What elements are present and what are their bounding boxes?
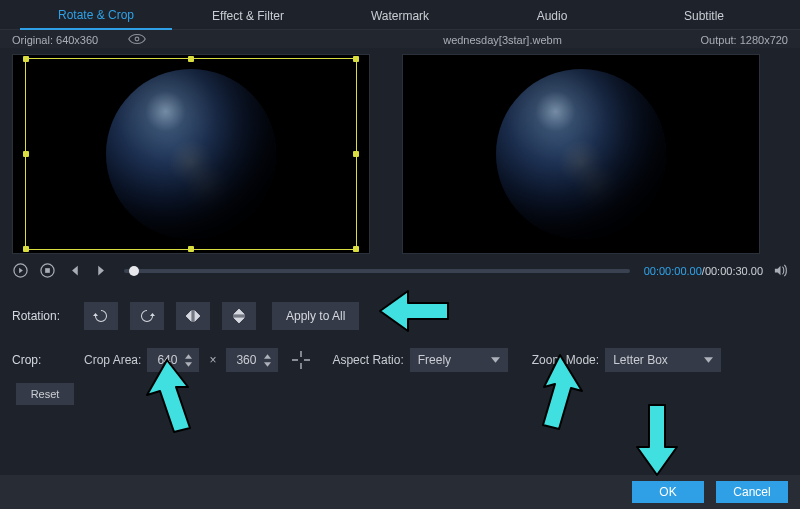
flip-vertical-button[interactable] (222, 302, 256, 330)
ok-button[interactable]: OK (632, 481, 704, 503)
prev-frame-button[interactable] (66, 262, 83, 279)
preview-output (402, 54, 760, 254)
crop-handle[interactable] (188, 246, 194, 252)
crop-width-value: 640 (157, 353, 177, 367)
aspect-ratio-label: Aspect Ratio: (332, 353, 403, 367)
tab-effect-filter[interactable]: Effect & Filter (172, 2, 324, 29)
aspect-ratio-value: Freely (418, 353, 451, 367)
rotate-left-button[interactable] (84, 302, 118, 330)
crop-height-input[interactable]: 360 (226, 348, 278, 372)
preview-image (496, 69, 666, 239)
aspect-ratio-select[interactable]: Freely (410, 348, 508, 372)
tab-rotate-crop[interactable]: Rotate & Crop (20, 1, 172, 30)
rotate-right-button[interactable] (130, 302, 164, 330)
crop-height-value: 360 (236, 353, 256, 367)
crop-handle[interactable] (353, 151, 359, 157)
svg-rect-3 (45, 268, 50, 273)
crop-height-down[interactable] (262, 360, 272, 368)
progress-thumb[interactable] (129, 266, 139, 276)
reset-button[interactable]: Reset (16, 383, 74, 405)
flip-horizontal-button[interactable] (176, 302, 210, 330)
crop-frame[interactable] (25, 58, 357, 250)
preview-visibility-icon[interactable] (128, 33, 146, 47)
crop-label: Crop: (12, 353, 84, 367)
crop-handle[interactable] (188, 56, 194, 62)
progress-slider[interactable] (124, 269, 630, 273)
crop-handle[interactable] (353, 246, 359, 252)
dimensions-separator: × (209, 353, 216, 367)
svg-point-0 (135, 37, 139, 41)
output-size-label: Output: 1280x720 (613, 34, 788, 46)
cancel-button[interactable]: Cancel (716, 481, 788, 503)
tab-watermark[interactable]: Watermark (324, 2, 476, 29)
volume-icon[interactable] (773, 263, 788, 278)
crop-handle[interactable] (23, 246, 29, 252)
preview-original[interactable] (12, 54, 370, 254)
crop-area-label: Crop Area: (84, 353, 141, 367)
tab-audio[interactable]: Audio (476, 2, 628, 29)
filename-label: wednesday[3star].webm (392, 34, 613, 46)
crop-width-down[interactable] (183, 360, 193, 368)
crop-height-up[interactable] (262, 352, 272, 360)
time-current: 00:00:00.00 (644, 265, 702, 277)
crop-handle[interactable] (23, 151, 29, 157)
play-button[interactable] (12, 262, 29, 279)
tab-subtitle[interactable]: Subtitle (628, 2, 780, 29)
crop-handle[interactable] (23, 56, 29, 62)
center-crop-button[interactable] (286, 348, 316, 372)
crop-width-up[interactable] (183, 352, 193, 360)
zoom-mode-value: Letter Box (613, 353, 668, 367)
original-size-label: Original: 640x360 (12, 34, 98, 46)
apply-to-all-button[interactable]: Apply to All (272, 302, 359, 330)
stop-button[interactable] (39, 262, 56, 279)
zoom-mode-select[interactable]: Letter Box (605, 348, 721, 372)
crop-handle[interactable] (353, 56, 359, 62)
next-frame-button[interactable] (93, 262, 110, 279)
rotation-label: Rotation: (12, 309, 84, 323)
time-total: /00:00:30.00 (702, 265, 763, 277)
zoom-mode-label: Zoom Mode: (532, 353, 599, 367)
crop-width-input[interactable]: 640 (147, 348, 199, 372)
